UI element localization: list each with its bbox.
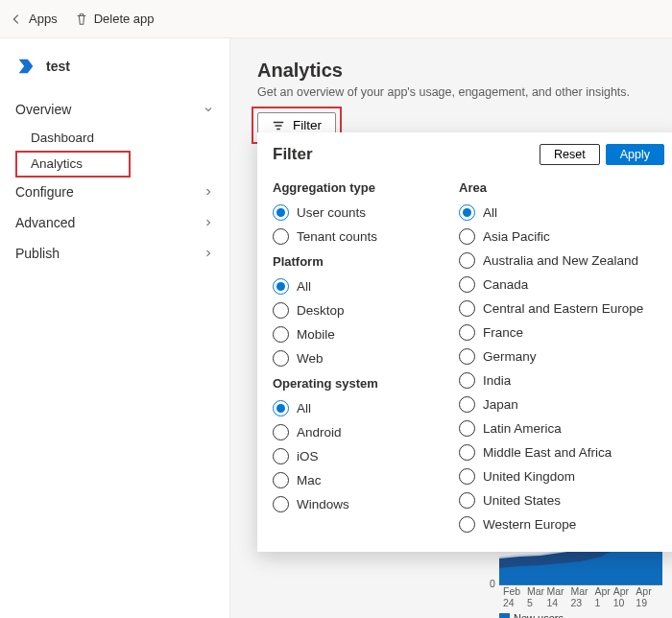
radio-icon (273, 424, 289, 440)
radio-option[interactable]: Web (273, 346, 436, 370)
radio-icon (273, 204, 289, 221)
radio-option[interactable]: All (459, 201, 664, 225)
legend-item[interactable]: New users (499, 612, 564, 618)
nav-label: Analytics (31, 156, 83, 171)
nav-publish[interactable]: Publish (0, 238, 229, 269)
radio-option[interactable]: Tenant counts (273, 225, 436, 249)
radio-icon (459, 492, 475, 509)
radio-icon (459, 348, 475, 365)
radio-label: User counts (297, 205, 366, 220)
radio-label: Central and Eastern Europe (483, 301, 643, 316)
radio-icon (459, 468, 475, 485)
app-name: test (46, 59, 70, 74)
back-label: Apps (29, 12, 58, 26)
back-button[interactable]: Apps (10, 12, 58, 26)
radio-label: All (483, 205, 497, 220)
radio-option[interactable]: Windows (273, 492, 436, 516)
radio-option[interactable]: Middle East and Africa (459, 440, 664, 464)
radio-option[interactable]: Latin America (459, 416, 664, 440)
app-logo-icon (15, 56, 36, 77)
radio-label: Asia Pacific (483, 229, 550, 244)
radio-option[interactable]: Central and Eastern Europe (459, 297, 664, 321)
nav-overview[interactable]: Overview (0, 94, 229, 125)
radio-option[interactable]: Asia Pacific (459, 225, 664, 249)
radio-option[interactable]: United States (459, 488, 664, 512)
nav-advanced[interactable]: Advanced (0, 207, 229, 238)
radio-icon (459, 396, 475, 413)
nav-analytics[interactable]: Analytics (0, 151, 229, 177)
axis-tick: Feb 24 (503, 585, 527, 608)
radio-label: India (483, 373, 511, 388)
radio-icon (273, 496, 289, 512)
radio-label: Germany (483, 349, 537, 364)
radio-option[interactable]: Mac (273, 468, 436, 492)
radio-option[interactable]: Japan (459, 392, 664, 416)
page-subtitle: Get an overview of your app's usage, eng… (257, 85, 645, 99)
filter-icon (272, 119, 285, 132)
radio-label: Middle East and Africa (483, 445, 612, 460)
nav-configure[interactable]: Configure (0, 177, 229, 207)
chevron-right-icon (203, 248, 214, 259)
nav-dashboard[interactable]: Dashboard (0, 125, 229, 151)
axis-tick: Apr 19 (636, 585, 659, 608)
radio-option[interactable]: France (459, 321, 664, 345)
radio-option[interactable]: United Kingdom (459, 464, 664, 488)
delete-app-button[interactable]: Delete app (75, 12, 155, 26)
radio-option[interactable]: All (273, 396, 436, 420)
delete-label: Delete app (94, 12, 155, 26)
radio-label: France (483, 325, 523, 340)
top-toolbar: Apps Delete app (0, 0, 672, 38)
radio-label: Latin America (483, 421, 562, 436)
group-title-os: Operating system (273, 376, 436, 391)
radio-option[interactable]: User counts (273, 201, 436, 225)
radio-icon (459, 276, 475, 293)
radio-icon (459, 300, 475, 317)
radio-option[interactable]: Desktop (273, 298, 436, 322)
radio-option[interactable]: All (273, 274, 436, 298)
radio-label: All (297, 279, 311, 294)
radio-label: Mobile (297, 327, 335, 342)
radio-icon (459, 252, 475, 269)
filter-apply-button[interactable]: Apply (606, 144, 664, 165)
radio-icon (273, 326, 289, 343)
filter-reset-button[interactable]: Reset (540, 144, 600, 165)
radio-icon (459, 516, 475, 533)
radio-option[interactable]: Western Europe (459, 512, 664, 536)
radio-icon (459, 444, 475, 461)
app-header: test (0, 56, 229, 94)
radio-label: Tenant counts (297, 229, 377, 244)
radio-option[interactable]: India (459, 368, 664, 392)
sidebar: test Overview Dashboard Analytics Config… (0, 38, 230, 618)
radio-option[interactable]: iOS (273, 444, 436, 468)
radio-label: Windows (297, 497, 349, 511)
radio-option[interactable]: Germany (459, 345, 664, 368)
axis-tick: 0 (490, 578, 495, 589)
group-title-platform: Platform (273, 254, 436, 269)
radio-label: Australia and New Zealand (483, 253, 638, 268)
nav-label: Overview (15, 102, 71, 117)
nav-label: Advanced (15, 215, 75, 230)
nav-label: Publish (15, 246, 60, 261)
radio-icon (273, 400, 289, 416)
radio-option[interactable]: Mobile (273, 322, 436, 346)
axis-tick: Apr 10 (613, 585, 636, 608)
chart-x-axis: Feb 24 Mar 5 Mar 14 Mar 23 Apr 1 Apr 10 … (499, 585, 662, 608)
axis-tick: Mar 14 (547, 585, 571, 608)
radio-icon (273, 302, 289, 319)
chevron-down-icon (203, 104, 214, 115)
radio-option[interactable]: Android (273, 420, 436, 444)
radio-icon (273, 472, 289, 488)
axis-tick: Mar 5 (527, 585, 547, 608)
radio-label: Desktop (297, 303, 345, 318)
radio-label: Japan (483, 397, 518, 412)
radio-label: All (297, 401, 311, 416)
chevron-right-icon (203, 186, 214, 198)
radio-icon (273, 278, 289, 295)
radio-icon (459, 324, 475, 341)
axis-tick: Mar 23 (571, 585, 595, 608)
radio-icon (273, 350, 289, 367)
radio-label: iOS (297, 449, 319, 464)
chevron-right-icon (203, 217, 214, 228)
radio-option[interactable]: Australia and New Zealand (459, 249, 664, 273)
radio-option[interactable]: Canada (459, 273, 664, 297)
